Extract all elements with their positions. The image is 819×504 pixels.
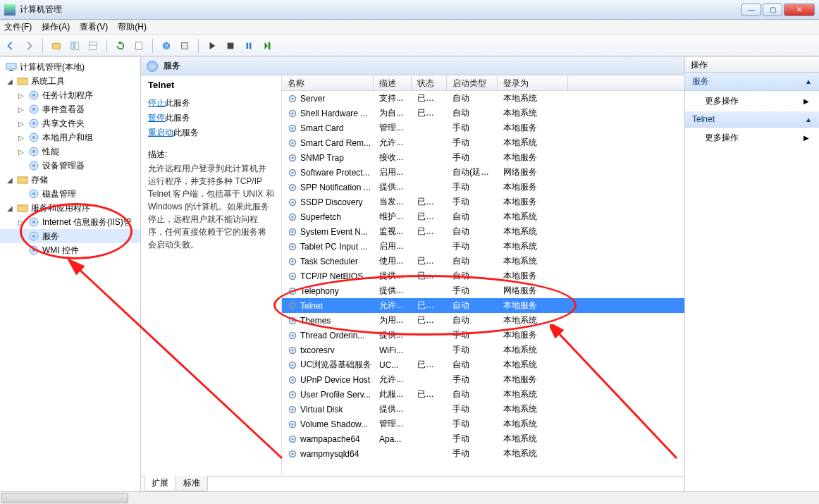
service-row[interactable]: SPP Notification ... 提供... 手动 本地服务 <box>282 180 684 195</box>
more-actions-services[interactable]: 更多操作 ▶ <box>685 91 819 111</box>
svg-point-41 <box>291 112 294 115</box>
service-row[interactable]: SSDP Discovery 当发... 已启动 手动 本地服务 <box>282 195 684 209</box>
tab-standard[interactable]: 标准 <box>176 476 208 491</box>
svg-point-45 <box>291 142 294 145</box>
pause-service-button[interactable] <box>241 38 257 54</box>
service-row[interactable]: SNMP Trap 接收... 手动 本地服务 <box>282 150 684 165</box>
tree-item[interactable]: ▷共享文件夹 <box>0 116 140 130</box>
details-button[interactable] <box>85 38 101 54</box>
tree-item[interactable]: ▷Internet 信息服务(IIS)管 <box>0 215 140 229</box>
service-row[interactable]: UPnP Device Host 允许... 手动 本地服务 <box>282 372 684 387</box>
tree-group[interactable]: ◢存储 <box>0 173 140 187</box>
main-body: 计算机管理(本地) ◢系统工具▷任务计划程序▷事件查看器▷共享文件夹▷本地用户和… <box>0 56 819 491</box>
stop-service-button[interactable] <box>223 38 238 54</box>
services-body: Telnet 停止此服务 暂停此服务 重启动此服务 描述: 允许远程用户登录到此… <box>141 75 684 476</box>
tree-group[interactable]: ◢系统工具 <box>0 74 140 88</box>
views-button[interactable] <box>67 38 82 54</box>
col-status[interactable]: 状态 <box>412 75 447 90</box>
menu-action[interactable]: 操作(A) <box>42 21 70 33</box>
svg-point-27 <box>32 164 35 167</box>
close-button[interactable]: ✕ <box>784 4 815 16</box>
tree-item[interactable]: ▷性能 <box>0 145 140 159</box>
tree-item[interactable]: 服务 <box>0 229 140 243</box>
pause-link[interactable]: 暂停 <box>148 113 165 123</box>
service-row[interactable]: wampapache64 Apa... 手动 本地系统 <box>282 431 684 446</box>
tree-item[interactable]: ▷本地用户和组 <box>0 130 140 145</box>
service-row[interactable]: Software Protect... 启用... 自动(延迟... 网络服务 <box>282 165 684 180</box>
service-row[interactable]: Smart Card Rem... 允许... 手动 本地系统 <box>282 135 684 150</box>
gear-icon <box>288 109 297 118</box>
actions-header: 操作 <box>685 57 819 73</box>
item-icon <box>28 245 39 256</box>
chevron-right-icon: ▶ <box>803 97 809 105</box>
service-row[interactable]: Tablet PC Input ... 启用... 手动 本地系统 <box>282 239 684 254</box>
help-button[interactable]: ? <box>159 38 174 54</box>
menu-file[interactable]: 文件(F) <box>4 21 32 33</box>
stop-link[interactable]: 停止 <box>148 98 165 108</box>
tree-item[interactable]: ▷事件查看器 <box>0 102 140 116</box>
col-name[interactable]: 名称 <box>282 75 374 90</box>
svg-point-21 <box>32 122 35 125</box>
refresh-button[interactable] <box>113 38 128 54</box>
svg-rect-9 <box>228 42 234 49</box>
service-row[interactable]: Telnet 允许... 已启动 自动 本地服务 <box>282 298 684 313</box>
menu-help[interactable]: 帮助(H) <box>118 21 147 33</box>
service-row[interactable]: txcoresrv WiFi... 手动 本地系统 <box>282 343 684 357</box>
minimize-button[interactable]: — <box>741 4 761 16</box>
service-row[interactable]: Superfetch 维护... 已启动 自动 本地系统 <box>282 209 684 224</box>
gear-icon <box>288 390 297 400</box>
svg-point-23 <box>32 136 35 139</box>
forward-button[interactable] <box>21 38 37 54</box>
service-row[interactable]: System Event N... 监视... 已启动 自动 本地系统 <box>282 224 684 239</box>
service-row[interactable]: Task Scheduler 使用... 已启动 自动 本地系统 <box>282 254 684 269</box>
tree-item[interactable]: WMI 控件 <box>0 243 140 257</box>
svg-point-30 <box>32 192 35 195</box>
properties-button[interactable] <box>177 38 192 54</box>
more-actions-telnet[interactable]: 更多操作 ▶ <box>685 128 819 148</box>
separator <box>152 39 153 53</box>
horizontal-scrollbar[interactable] <box>0 491 819 504</box>
service-row[interactable]: TCP/IP NetBIOS ... 提供... 已启动 自动 本地服务 <box>282 269 684 283</box>
tree-pane[interactable]: 计算机管理(本地) ◢系统工具▷任务计划程序▷事件查看器▷共享文件夹▷本地用户和… <box>0 57 141 491</box>
restart-link[interactable]: 重启动 <box>148 128 173 137</box>
svg-point-73 <box>291 349 294 352</box>
tab-extended[interactable]: 扩展 <box>144 476 176 491</box>
export-button[interactable] <box>131 38 147 54</box>
gear-icon <box>288 257 297 266</box>
col-desc[interactable]: 描述 <box>374 75 412 90</box>
service-row[interactable]: Thread Orderin... 提供... 手动 本地服务 <box>282 328 684 343</box>
tree-item[interactable]: 磁盘管理 <box>0 187 140 201</box>
svg-rect-0 <box>53 43 61 49</box>
svg-point-51 <box>291 186 294 189</box>
actions-group-services[interactable]: 服务 ▲ <box>685 73 819 91</box>
service-row[interactable]: Virtual Disk 提供... 手动 本地系统 <box>282 402 684 417</box>
service-row[interactable]: Shell Hardware ... 为自... 已启动 自动 本地系统 <box>282 106 684 121</box>
service-row[interactable]: User Profile Serv... 此服... 已启动 自动 本地系统 <box>282 387 684 402</box>
list-body[interactable]: Server 支持... 已启动 自动 本地系统 Shell Hardware … <box>282 91 684 476</box>
restart-service-button[interactable] <box>259 38 275 54</box>
service-row[interactable]: wampmysqld64 手动 本地系统 <box>282 446 684 461</box>
menu-view[interactable]: 查看(V) <box>80 21 108 33</box>
tree-group[interactable]: ◢服务和应用程序 <box>0 201 140 215</box>
center-pane: 服务 Telnet 停止此服务 暂停此服务 重启动此服务 描述: 允许远程用户登… <box>141 57 685 491</box>
svg-point-77 <box>291 379 294 381</box>
tree-root[interactable]: 计算机管理(本地) <box>0 60 140 74</box>
tree-item[interactable]: ▷任务计划程序 <box>0 88 140 102</box>
actions-group-telnet[interactable]: Telnet ▲ <box>685 111 819 128</box>
col-startup[interactable]: 启动类型 <box>447 75 498 90</box>
up-button[interactable] <box>49 38 64 54</box>
col-login[interactable]: 登录为 <box>498 75 568 90</box>
service-row[interactable]: Themes 为用... 已启动 自动 本地系统 <box>282 313 684 328</box>
service-row[interactable]: UC浏览器基础服务 UC... 已启动 自动 本地系统 <box>282 357 684 372</box>
back-button[interactable] <box>3 38 18 54</box>
service-row[interactable]: Volume Shadow... 管理... 手动 本地系统 <box>282 417 684 431</box>
service-row[interactable]: Telephony 提供... 手动 网络服务 <box>282 283 684 298</box>
service-row[interactable]: Server 支持... 已启动 自动 本地系统 <box>282 91 684 106</box>
start-service-button[interactable] <box>204 38 220 54</box>
gear-icon <box>288 345 297 355</box>
service-row[interactable]: Smart Card 管理... 手动 本地服务 <box>282 121 684 135</box>
tree-item[interactable]: 设备管理器 <box>0 159 140 173</box>
scrollbar-thumb[interactable] <box>1 493 128 503</box>
toolbar: ? <box>0 35 819 56</box>
maximize-button[interactable]: ▢ <box>763 4 782 16</box>
